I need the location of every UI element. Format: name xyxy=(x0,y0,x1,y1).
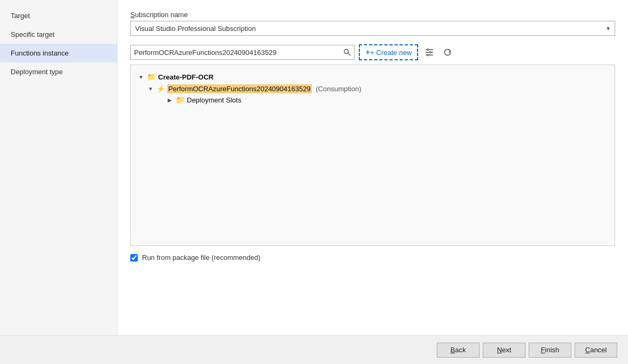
run-from-package-checkbox[interactable] xyxy=(130,254,138,262)
main-content: Subscription name Visual Studio Professi… xyxy=(117,0,628,335)
filter-icon-button[interactable] xyxy=(422,45,436,59)
search-input[interactable]: PerformOCRAzureFunctions20240904163529 xyxy=(134,49,343,57)
checkbox-row: Run from package file (recommended) xyxy=(130,254,615,262)
dialog-footer: Back Next Finish Cancel xyxy=(0,335,628,364)
tree-level-2: ▶ 📁 Deployment Slots xyxy=(145,94,610,105)
svg-line-1 xyxy=(348,53,350,56)
svg-point-5 xyxy=(427,49,429,51)
tree-item-create-pdf-ocr[interactable]: ▼ 📁 Create-PDF-OCR xyxy=(135,72,610,82)
search-icon-button[interactable] xyxy=(343,49,351,56)
search-icon xyxy=(343,49,351,56)
tree-item-function[interactable]: ▼ ⚡ PerformOCRAzureFunctions202409041635… xyxy=(145,83,610,94)
tree-label-consumption: (Consumption) xyxy=(314,85,362,93)
tree-label-deployment-slots: Deployment Slots xyxy=(187,96,241,104)
search-box: PerformOCRAzureFunctions20240904163529 xyxy=(130,45,355,60)
subscription-dropdown[interactable]: Visual Studio Professional Subscription xyxy=(130,21,615,36)
svg-point-0 xyxy=(344,50,349,54)
plus-icon: + xyxy=(365,48,370,57)
sidebar-item-target[interactable]: Target xyxy=(0,6,117,25)
create-new-button[interactable]: + + Create new xyxy=(359,44,418,60)
refresh-icon-button[interactable] xyxy=(441,45,454,59)
folder-icon-root: 📁 xyxy=(147,73,156,81)
tree-container: ▼ 📁 Create-PDF-OCR ▼ ⚡ PerformOCRAzureFu… xyxy=(130,65,615,246)
toggle-icon-function[interactable]: ▼ xyxy=(147,86,154,92)
tree-level-1: ▼ ⚡ PerformOCRAzureFunctions202409041635… xyxy=(135,82,610,106)
sidebar: Target Specific target Functions instanc… xyxy=(0,0,117,335)
tree-item-deployment-slots[interactable]: ▶ 📁 Deployment Slots xyxy=(164,94,610,105)
cancel-button[interactable]: Cancel xyxy=(575,343,617,358)
sidebar-item-functions-instance[interactable]: Functions instance xyxy=(0,44,117,62)
svg-point-6 xyxy=(430,52,431,53)
svg-point-7 xyxy=(428,54,429,56)
create-new-label: + Create new xyxy=(370,49,412,57)
sidebar-item-deployment-type[interactable]: Deployment type xyxy=(0,62,117,81)
sidebar-item-specific-target[interactable]: Specific target xyxy=(0,25,117,44)
run-from-package-label[interactable]: Run from package file (recommended) xyxy=(142,254,261,262)
search-and-actions-row: PerformOCRAzureFunctions20240904163529 +… xyxy=(130,44,615,60)
tree-node-function: ▼ ⚡ PerformOCRAzureFunctions202409041635… xyxy=(145,82,610,106)
refresh-icon xyxy=(443,48,452,57)
tree-label-create-pdf-ocr: Create-PDF-OCR xyxy=(158,73,214,81)
back-button[interactable]: Back xyxy=(437,343,480,358)
tree-node-root: ▼ 📁 Create-PDF-OCR ▼ ⚡ PerformOCRAzureFu… xyxy=(135,70,610,107)
filter-icon xyxy=(425,48,434,57)
subscription-label: Subscription name xyxy=(130,11,615,19)
folder-icon-slots: 📁 xyxy=(176,96,185,104)
toggle-icon-root[interactable]: ▼ xyxy=(137,74,145,80)
subscription-field-group: Subscription name Visual Studio Professi… xyxy=(130,11,615,36)
subscription-dropdown-wrapper: Visual Studio Professional Subscription … xyxy=(130,21,615,36)
dialog-content: Target Specific target Functions instanc… xyxy=(0,0,628,335)
function-icon: ⚡ xyxy=(156,85,165,93)
tree-label-function: PerformOCRAzureFunctions20240904163529 xyxy=(167,84,312,93)
toggle-icon-slots[interactable]: ▶ xyxy=(166,97,174,103)
dialog: Target Specific target Functions instanc… xyxy=(0,0,628,364)
finish-button[interactable]: Finish xyxy=(529,343,571,358)
next-button[interactable]: Next xyxy=(483,343,525,358)
